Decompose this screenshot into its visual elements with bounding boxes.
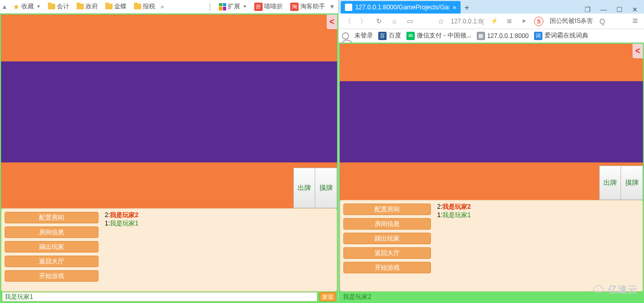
table-area [340,81,643,162]
lobby-btn-config[interactable]: 配置房间 [343,204,431,215]
bookmark-baidu[interactable]: 百百度 [378,31,401,40]
page-icon: ▦ [477,32,485,40]
lobby-btn-start[interactable]: 开始游戏 [5,270,98,282]
wechat-icon: ✉ [406,32,415,40]
bookmark-folder-2[interactable]: 金蝶 [103,1,129,12]
bookmark-folder-1[interactable]: 政府 [75,1,100,12]
login-status[interactable]: 未登录 [342,31,373,40]
game-stage: < 出牌 摸牌 [1,15,337,208]
window-restore-icon[interactable]: ❐ [585,6,591,14]
window-controls: ❐ — ☐ ✕ [578,6,644,14]
lobby-btn-kick[interactable]: 踢出玩家 [5,241,98,253]
lobby-btn-roominfo[interactable]: 房间信息 [343,218,431,230]
search-icon[interactable]: Q [599,17,605,26]
url-text[interactable]: 127.0.0.1:8( [451,18,484,25]
new-tab-button[interactable]: + [461,2,473,14]
lobby-panel: 配置房间 房间信息 踢出玩家 返回大厅 开始游戏 2:我是玩家2 1:我是玩家1 [340,200,643,292]
player-row: 1:我是玩家1 [105,219,139,228]
player-row: 2:我是玩家2 [437,203,471,211]
window-minimize-icon[interactable]: — [600,6,607,14]
reload-button[interactable]: ↻ [374,17,383,25]
bookmark-dict[interactable]: 词爱词霸在线词典 [534,31,588,40]
lobby-btn-kick[interactable]: 踢出玩家 [343,233,431,244]
window-maximize-icon[interactable]: ☐ [616,6,623,14]
draw-card-button[interactable]: 摸牌 [315,168,337,208]
bookmarks-bar: ▶ ★收藏▼ 会计 政府 金蝶 报税 » ⋮ 扩展▼ 折喵喵折 淘淘客助手 ▶ [0,0,338,14]
collapse-toggle[interactable]: < [633,44,643,58]
lobby-button-column: 配置房间 房间信息 踢出玩家 返回大厅 开始游戏 [340,200,434,291]
lobby-btn-back[interactable]: 返回大厅 [5,256,98,267]
bookmarks-more[interactable]: » [160,3,164,10]
chat-bar: 发送 [1,292,337,302]
cloud-icon [592,285,606,294]
sogou-icon[interactable]: S [534,17,543,26]
send-button[interactable]: 发送 [319,292,336,301]
bookmarks-bar-right: 未登录 百百度 ✉微信支付 - 中国领... ▦127.0.0.1:8000 词… [339,29,644,43]
play-card-button[interactable]: 出牌 [599,166,621,200]
star-icon: ★ [13,3,20,11]
lobby-btn-config[interactable]: 配置房间 [5,212,98,223]
back-icon[interactable]: ▶ [2,5,7,8]
apps-icon [219,3,226,10]
qr-icon[interactable]: ⊞ [505,17,513,26]
tab-bar: 127.0.0.1:8000/GameProjects/Gan × + ❐ — … [339,0,644,14]
lobby-btn-back[interactable]: 返回大厅 [343,247,431,259]
player-list: 2:我是玩家2 1:我是玩家1 [102,209,142,291]
bookmark-localhost[interactable]: ▦127.0.0.1:8000 [477,32,529,40]
bookmark-favorites[interactable]: ★收藏▼ [11,1,43,12]
bookmark-folder-0[interactable]: 会计 [46,1,71,12]
player-row: 1:我是玩家1 [437,211,471,219]
user-icon [342,32,349,40]
watermark: 亿速云 [592,283,638,296]
game-viewport-right: < 出牌 摸牌 配置房间 房间信息 踢出玩家 返回大厅 开始游戏 2:我是玩家2… [339,43,644,303]
bookmark-wechat[interactable]: ✉微信支付 - 中国领... [406,31,472,40]
ext-miaozhe[interactable]: 折喵喵折 [252,1,285,12]
lobby-btn-roominfo[interactable]: 房间信息 [5,226,98,238]
nav-back-button[interactable]: 〈 [343,17,352,26]
baidu-icon: 百 [378,32,387,40]
draw-card-button[interactable]: 摸牌 [621,166,643,200]
folder-icon [48,4,55,9]
home-button[interactable]: ⌂ [390,17,399,25]
browser-tab[interactable]: 127.0.0.1:8000/GameProjects/Gan × [341,1,461,14]
table-area [1,61,337,162]
lobby-btn-start[interactable]: 开始游戏 [343,262,431,273]
chat-text: 我是玩家2 [341,293,374,301]
bolt-icon[interactable]: ⚡ [490,17,499,26]
folder-icon [77,4,84,9]
window-close-icon[interactable]: ✕ [632,6,638,14]
nav-forward-button[interactable]: 〉 [358,17,368,26]
tablet-icon[interactable]: ▭ [405,17,415,25]
bookmark-star-icon[interactable]: ☆ [438,17,444,26]
right-browser-window: 127.0.0.1:8000/GameProjects/Gan × + ❐ — … [339,0,644,303]
menu-dots-icon[interactable]: ⋮ [206,3,214,10]
left-browser-window: ▶ ★收藏▼ 会计 政府 金蝶 报税 » ⋮ 扩展▼ 折喵喵折 淘淘客助手 ▶ … [0,0,339,303]
extensions-button[interactable]: 扩展▼ [217,1,249,12]
lobby-button-column: 配置房间 房间信息 踢出玩家 返回大厅 开始游戏 [2,209,102,291]
collapse-toggle[interactable]: < [327,15,337,29]
forward-icon[interactable]: ▶ [330,5,335,8]
address-bar: 〈 〉 ↻ ⌂ ▭ ☆ 127.0.0.1:8( ⚡ ⊞ ➤ S 国公民被IS杀… [339,14,644,29]
tab-close-button[interactable]: × [452,4,456,11]
ext-taoke[interactable]: 淘淘客助手 [288,1,327,12]
game-stage: < 出牌 摸牌 [340,44,643,200]
card-action-group: 出牌 摸牌 [293,168,337,208]
bookmark-folder-3[interactable]: 报税 [132,1,157,12]
folder-icon [105,4,113,9]
arrow-icon[interactable]: ➤ [519,17,528,26]
opponent-area-top [340,44,643,81]
headline-text[interactable]: 国公民被IS杀害 [550,17,593,26]
tab-title: 127.0.0.1:8000/GameProjects/Gan [355,4,450,11]
play-card-button[interactable]: 出牌 [293,168,315,208]
player-area-bottom [1,162,337,208]
lobby-panel: 配置房间 房间信息 踢出玩家 返回大厅 开始游戏 2:我是玩家2 1:我是玩家1 [1,208,337,292]
chat-input[interactable] [2,292,317,301]
zhe-icon: 折 [254,3,263,11]
game-viewport-left: < 出牌 摸牌 配置房间 房间信息 踢出玩家 返回大厅 开始游戏 2:我是玩家2… [0,14,338,303]
player-list: 2:我是玩家2 1:我是玩家1 [434,200,474,291]
card-action-group: 出牌 摸牌 [599,166,643,200]
dict-icon: 词 [534,32,542,40]
folder-icon [134,4,141,9]
page-icon [345,4,352,11]
hamburger-menu-icon[interactable]: ≡ [630,16,640,27]
